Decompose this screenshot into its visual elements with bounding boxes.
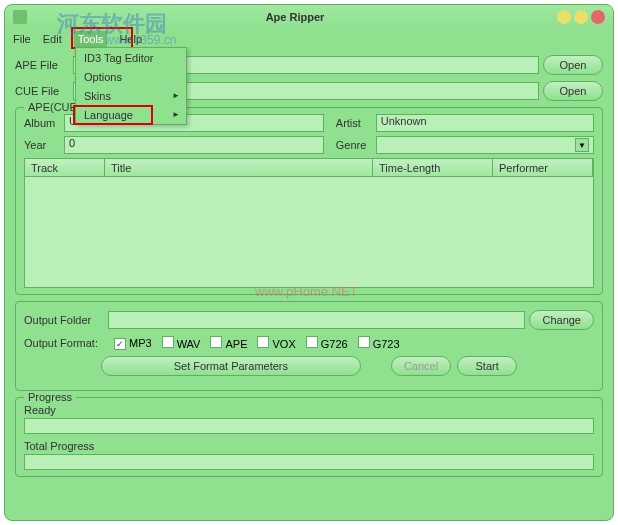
progress-legend: Progress: [24, 391, 76, 403]
menu-tools[interactable]: Tools: [74, 31, 108, 47]
artist-label: Artist: [336, 117, 372, 129]
menu-help[interactable]: Help: [119, 33, 142, 45]
cue-file-label: CUE File: [15, 85, 69, 97]
output-format-row: Output Format: ✓MP3 WAV APE VOX G726 G72…: [24, 336, 594, 350]
format-vox[interactable]: VOX: [257, 336, 295, 350]
year-genre-row: Year 0 Genre ▼: [24, 136, 594, 154]
total-progress-label: Total Progress: [24, 440, 594, 452]
menu-item-skins[interactable]: Skins: [76, 86, 186, 105]
menu-file[interactable]: File: [13, 33, 31, 45]
close-button[interactable]: [591, 10, 605, 24]
ape-open-button[interactable]: Open: [543, 55, 603, 75]
col-performer[interactable]: Performer: [493, 159, 593, 177]
output-folder-row: Output Folder Change: [24, 310, 594, 330]
checkbox-icon: [257, 336, 269, 348]
track-table: Track Title Time-Length Performer: [24, 158, 594, 288]
cancel-button[interactable]: Cancel: [391, 356, 451, 376]
maximize-button[interactable]: [574, 10, 588, 24]
menu-item-options[interactable]: Options: [76, 67, 186, 86]
checkbox-icon: ✓: [114, 338, 126, 350]
app-icon: [13, 10, 27, 24]
output-fieldset: Output Folder Change Output Format: ✓MP3…: [15, 301, 603, 391]
titlebar: Ape Ripper: [5, 5, 613, 29]
checkbox-icon: [210, 336, 222, 348]
col-track[interactable]: Track: [25, 159, 105, 177]
ape-file-label: APE File: [15, 59, 69, 71]
window-controls: [557, 10, 605, 24]
total-progress-bar: [24, 454, 594, 470]
progress-bar: [24, 418, 594, 434]
change-button[interactable]: Change: [529, 310, 594, 330]
menu-item-id3-tag-editor[interactable]: ID3 Tag Editor: [76, 48, 186, 67]
minimize-button[interactable]: [557, 10, 571, 24]
format-ape[interactable]: APE: [210, 336, 247, 350]
ape-cue-fieldset: APE(CUE) Album Unknown Artist Unknown Ye…: [15, 107, 603, 295]
format-wav[interactable]: WAV: [162, 336, 201, 350]
cue-open-button[interactable]: Open: [543, 81, 603, 101]
menu-item-language[interactable]: Language: [76, 105, 186, 124]
app-window: 河东软件园 www.0359.cn Ape Ripper File Edit T…: [4, 4, 614, 521]
action-row: Set Format Parameters Cancel Start: [24, 356, 594, 376]
col-title[interactable]: Title: [105, 159, 373, 177]
output-folder-label: Output Folder: [24, 314, 104, 326]
set-format-params-button[interactable]: Set Format Parameters: [101, 356, 361, 376]
col-time-length[interactable]: Time-Length: [373, 159, 493, 177]
table-body: [25, 177, 593, 287]
start-button[interactable]: Start: [457, 356, 517, 376]
format-g726[interactable]: G726: [306, 336, 348, 350]
window-title: Ape Ripper: [33, 11, 557, 23]
format-mp3[interactable]: ✓MP3: [114, 337, 152, 350]
output-format-label: Output Format:: [24, 337, 104, 349]
menu-edit[interactable]: Edit: [43, 33, 62, 45]
genre-select[interactable]: ▼: [376, 136, 594, 154]
tools-dropdown: ID3 Tag Editor Options Skins Language: [75, 47, 187, 125]
year-input[interactable]: 0: [64, 136, 324, 154]
year-label: Year: [24, 139, 60, 151]
progress-fieldset: Progress Ready Total Progress: [15, 397, 603, 477]
output-folder-input[interactable]: [108, 311, 525, 329]
menubar: File Edit Tools Help: [5, 29, 613, 49]
genre-label: Genre: [336, 139, 372, 151]
table-header: Track Title Time-Length Performer: [25, 159, 593, 177]
checkbox-icon: [162, 336, 174, 348]
artist-input[interactable]: Unknown: [376, 114, 594, 132]
checkbox-icon: [306, 336, 318, 348]
checkbox-icon: [358, 336, 370, 348]
album-label: Album: [24, 117, 60, 129]
format-g723[interactable]: G723: [358, 336, 400, 350]
ready-label: Ready: [24, 404, 594, 416]
chevron-down-icon: ▼: [575, 138, 589, 152]
